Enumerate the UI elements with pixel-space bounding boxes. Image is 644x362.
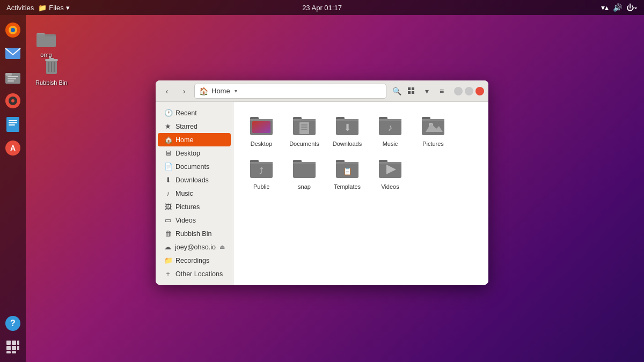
sidebar-item-desktop[interactable]: 🖥Desktop bbox=[158, 146, 231, 160]
dock-item-rhythmbox[interactable] bbox=[2, 90, 24, 112]
svg-text:📋: 📋 bbox=[343, 167, 353, 176]
svg-text:A: A bbox=[10, 144, 16, 152]
svg-rect-50 bbox=[301, 127, 308, 128]
svg-rect-25 bbox=[17, 346, 19, 350]
svg-point-2 bbox=[11, 28, 15, 32]
sidebar-item-pictures[interactable]: 🖼Pictures bbox=[158, 200, 231, 213]
public-icon-container: ⤴ bbox=[248, 156, 274, 181]
recordings-sidebar-label: Recordings bbox=[175, 257, 209, 264]
sidebar-item-videos[interactable]: ▭Videos bbox=[158, 213, 231, 227]
folder-item-snap[interactable]: snap bbox=[285, 153, 324, 192]
close-button[interactable] bbox=[475, 87, 484, 95]
svg-rect-40 bbox=[412, 91, 414, 94]
sidebar-item-music[interactable]: ♪Music bbox=[158, 187, 231, 200]
sidebar-item-downloads[interactable]: ⬇Downloads bbox=[158, 173, 231, 187]
folder-item-videos[interactable]: Videos bbox=[371, 153, 409, 192]
minimize-button[interactable] bbox=[454, 87, 463, 95]
other-sidebar-icon: + bbox=[164, 270, 172, 278]
videos-label: Videos bbox=[381, 183, 399, 190]
folder-item-downloads[interactable]: ⬇Downloads bbox=[328, 110, 367, 149]
location-text: Home bbox=[211, 87, 230, 95]
folder-item-templates[interactable]: 📋Templates bbox=[328, 153, 367, 192]
svg-text:⤴: ⤴ bbox=[259, 166, 264, 175]
snap-icon-container bbox=[291, 156, 317, 181]
sidebar-item-starred[interactable]: ★Starred bbox=[158, 120, 231, 133]
svg-rect-23 bbox=[6, 346, 11, 350]
sidebar-item-documents[interactable]: 📄Documents bbox=[158, 160, 231, 173]
videos-sidebar-icon: ▭ bbox=[164, 216, 172, 224]
system-menu-icon[interactable]: ⏻▾ bbox=[626, 3, 638, 12]
sidebar-item-recent[interactable]: 🕐Recent bbox=[158, 106, 231, 120]
folder-item-desktop[interactable]: Desktop bbox=[242, 110, 281, 149]
starred-sidebar-label: Starred bbox=[175, 123, 197, 130]
grid-icon bbox=[4, 338, 21, 356]
folder-item-pictures[interactable]: Pictures bbox=[414, 110, 452, 149]
desktop-icon-container bbox=[248, 113, 274, 138]
desktop-icon-trash[interactable]: Rubbish Bin bbox=[33, 54, 69, 88]
pictures-sidebar-icon: 🖼 bbox=[164, 203, 172, 211]
downloads-label: Downloads bbox=[333, 141, 362, 147]
app-menu[interactable]: 📁 Files ▾ bbox=[38, 4, 69, 12]
recent-sidebar-icon: 🕐 bbox=[164, 109, 172, 117]
dock-item-grid[interactable] bbox=[2, 336, 24, 358]
svg-rect-74 bbox=[336, 162, 358, 164]
sidebar-item-other[interactable]: +Other Locations bbox=[158, 267, 231, 280]
trash-icon-label: Rubbish Bin bbox=[35, 79, 67, 86]
view-list-button[interactable]: ≡ bbox=[435, 84, 449, 98]
dock-item-email[interactable] bbox=[2, 43, 24, 64]
recordings-sidebar-icon: 📁 bbox=[164, 256, 172, 264]
dock-item-files[interactable] bbox=[2, 67, 24, 88]
svg-rect-47 bbox=[293, 119, 316, 121]
eject-icon[interactable]: ⏏ bbox=[219, 243, 225, 250]
help-icon: ? bbox=[4, 315, 21, 332]
back-button[interactable]: ‹ bbox=[160, 84, 174, 98]
rubbish-sidebar-icon: 🗑 bbox=[164, 230, 172, 238]
dock-item-help[interactable]: ? bbox=[2, 313, 24, 334]
svg-rect-8 bbox=[8, 80, 14, 82]
forward-button[interactable]: › bbox=[177, 84, 191, 98]
svg-rect-21 bbox=[12, 341, 16, 345]
svg-rect-67 bbox=[250, 162, 273, 164]
svg-rect-6 bbox=[8, 76, 18, 77]
maximize-button[interactable] bbox=[465, 87, 473, 95]
videos-sidebar-label: Videos bbox=[175, 217, 196, 224]
svg-rect-38 bbox=[412, 87, 414, 90]
folder-item-public[interactable]: ⤴Public bbox=[242, 153, 281, 192]
files-icon bbox=[4, 69, 21, 86]
music-label: Music bbox=[383, 141, 398, 147]
svg-rect-15 bbox=[9, 124, 15, 125]
svg-rect-20 bbox=[6, 341, 11, 345]
fm-content: DesktopDocuments⬇Downloads♪MusicPictures… bbox=[233, 102, 488, 285]
svg-rect-13 bbox=[9, 120, 17, 121]
sidebar-item-recordings[interactable]: 📁Recordings bbox=[158, 254, 231, 267]
dock-item-writer[interactable] bbox=[2, 114, 24, 135]
app-name: Files bbox=[49, 4, 63, 12]
location-bar[interactable]: 🏠 Home ▾ bbox=[194, 84, 386, 99]
svg-text:?: ? bbox=[10, 319, 16, 328]
public-label: Public bbox=[253, 183, 269, 190]
file-manager-window: ‹ › 🏠 Home ▾ 🔍 ▾ ≡ bbox=[156, 80, 488, 285]
activities-button[interactable]: Activities bbox=[6, 4, 34, 12]
view-options-button[interactable]: ▾ bbox=[420, 84, 434, 98]
network-icon[interactable]: ▾▴ bbox=[601, 3, 609, 12]
other-sidebar-label: Other Locations bbox=[175, 270, 223, 278]
svg-rect-54 bbox=[336, 119, 358, 121]
folder-item-music[interactable]: ♪Music bbox=[371, 110, 409, 149]
documents-sidebar-label: Documents bbox=[175, 163, 209, 171]
folder-item-documents[interactable]: Documents bbox=[285, 110, 324, 149]
chevron-down-icon: ▾ bbox=[66, 4, 70, 12]
view-grid-button[interactable] bbox=[405, 84, 419, 98]
sidebar-item-home[interactable]: 🏠Home bbox=[158, 133, 231, 146]
sound-icon[interactable]: 🔊 bbox=[613, 3, 622, 12]
dock-item-appstore[interactable]: A bbox=[2, 137, 24, 159]
search-button[interactable]: 🔍 bbox=[390, 84, 404, 98]
joey-sidebar-label: joey@ohso.io bbox=[175, 243, 216, 251]
sidebar-item-joey[interactable]: ☁joey@ohso.io⏏ bbox=[158, 240, 231, 254]
snap-label: snap bbox=[298, 183, 311, 190]
svg-rect-49 bbox=[301, 124, 308, 125]
public-folder-icon: ⤴ bbox=[248, 156, 274, 181]
sidebar-item-rubbish[interactable]: 🗑Rubbish Bin bbox=[158, 227, 231, 240]
svg-point-11 bbox=[11, 99, 14, 102]
svg-rect-43 bbox=[250, 119, 273, 121]
dock-item-firefox[interactable] bbox=[2, 19, 24, 41]
